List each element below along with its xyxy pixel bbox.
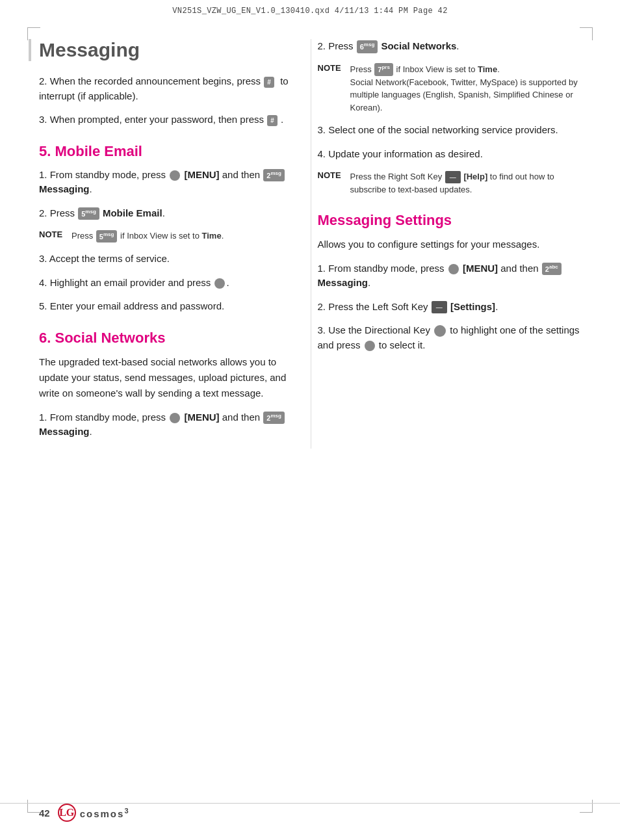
- section6-step4: 4. Update your information as desired.: [318, 147, 581, 162]
- section5-step4: 4. Highlight an email provider and press…: [39, 276, 291, 291]
- menu-label-2: [MENU]: [184, 412, 219, 423]
- corner-mark-tl: [27, 27, 40, 40]
- messaging-label: Messaging: [39, 183, 90, 194]
- note-label-1: NOTE: [39, 230, 66, 243]
- 5msg-key-icon: 5msg: [78, 207, 99, 220]
- settings-label: [Settings]: [450, 301, 495, 312]
- msg-settings-step1: 1. From standby mode, press [MENU] and t…: [318, 261, 581, 291]
- right-soft-key-icon: —: [445, 171, 461, 183]
- page-number: 42: [39, 807, 50, 819]
- section5-step5: 5. Enter your email address and password…: [39, 299, 291, 314]
- section5-step3: 3. Accept the terms of service.: [39, 252, 291, 267]
- menu-label-3: [MENU]: [463, 263, 498, 274]
- select-circle-icon: [365, 341, 375, 351]
- 2msg-key-icon: 2msg: [263, 169, 285, 181]
- messaging-label-2: Messaging: [39, 426, 90, 437]
- step-num: 2.: [39, 75, 50, 86]
- social-networks-label: Social Networks: [381, 40, 456, 51]
- lg-logo: LG: [58, 804, 76, 822]
- note-content-3: Press the Right Soft Key — [Help] to fin…: [350, 170, 581, 196]
- messaging-settings-desc: Allows you to configure settings for you…: [318, 237, 581, 252]
- help-label: [Help]: [463, 172, 487, 181]
- messaging-label-3: Messaging: [318, 277, 368, 288]
- section6-step1: 1. From standby mode, press [MENU] and t…: [39, 410, 291, 440]
- note-content-1: Press 5msg if Inbox View is set to Time.: [71, 230, 224, 243]
- mobile-email-label: Mobile Email: [103, 207, 162, 218]
- section6-title: 6. Social Networks: [39, 330, 291, 347]
- time-label: Time: [202, 231, 222, 241]
- note-content-2: Press 7prs if Inbox View is set to Time.…: [350, 63, 581, 114]
- circle-key-icon: [214, 278, 225, 289]
- brand-superscript: 3: [124, 807, 129, 815]
- step-3-password: 3. When prompted, enter your password, t…: [39, 112, 291, 127]
- right-column: 2. Press 6msg Social Networks. NOTE Pres…: [311, 39, 581, 449]
- section6-desc: The upgraded text-based social networks …: [39, 354, 291, 401]
- page-header: VN251S_VZW_UG_EN_V1.0_130410.qxd 4/11/13…: [0, 7, 620, 16]
- hash-key-icon-2: #: [267, 115, 278, 126]
- 2abc-key-icon: 2abc: [542, 263, 562, 275]
- section6-step3: 3. Select one of the social networking s…: [318, 123, 581, 138]
- msg-settings-step3: 3. Use the Directional Key to highlight …: [318, 323, 581, 352]
- section6-step2: 2. Press 6msg Social Networks.: [318, 39, 581, 54]
- directional-key-icon: [434, 325, 446, 337]
- messaging-settings-title: Messaging Settings: [318, 212, 581, 229]
- step-2-recorded: 2. When the recorded announcement begins…: [39, 74, 291, 103]
- left-column: Messaging 2. When the recorded announcem…: [39, 39, 311, 449]
- section5-step2: 2. Press 5msg Mobile Email.: [39, 206, 291, 221]
- corner-mark-tr: [580, 27, 593, 40]
- 5msg-note-icon: 5msg: [96, 230, 118, 243]
- 2msg-key-icon-2: 2msg: [263, 412, 285, 424]
- header-text: VN251S_VZW_UG_EN_V1.0_130410.qxd 4/11/13…: [172, 7, 447, 16]
- msg-settings-step2: 2. Press the Left Soft Key — [Settings].: [318, 300, 581, 315]
- menu-circle-icon-2: [170, 413, 180, 423]
- note-label-2: NOTE: [318, 63, 345, 114]
- section5-note: NOTE Press 5msg if Inbox View is set to …: [39, 230, 291, 243]
- section5-title: 5. Mobile Email: [39, 143, 291, 160]
- menu-circle-icon-3: [448, 264, 459, 274]
- step-num: 3.: [39, 114, 50, 125]
- note-label-3: NOTE: [318, 170, 345, 196]
- section5-step1: 1. From standby mode, press [MENU] and t…: [39, 168, 291, 197]
- left-soft-key-icon: —: [432, 301, 447, 313]
- logo-area: LG cosmos3: [58, 804, 130, 822]
- section6-note: NOTE Press 7prs if Inbox View is set to …: [318, 63, 581, 114]
- page-footer: 42 LG cosmos3: [0, 803, 620, 822]
- section6-note2: NOTE Press the Right Soft Key — [Help] t…: [318, 170, 581, 196]
- time-label-2: Time: [478, 64, 497, 74]
- menu-circle-icon: [170, 170, 180, 181]
- brand-name: cosmos3: [80, 807, 130, 819]
- page-title: Messaging: [29, 39, 291, 61]
- 7prs-key-icon: 7prs: [374, 63, 393, 75]
- menu-label: [MENU]: [184, 169, 219, 180]
- 6msg-key-icon: 6msg: [357, 40, 378, 53]
- hash-key-icon: #: [264, 77, 274, 88]
- cosmos-text: cosmos: [80, 808, 125, 819]
